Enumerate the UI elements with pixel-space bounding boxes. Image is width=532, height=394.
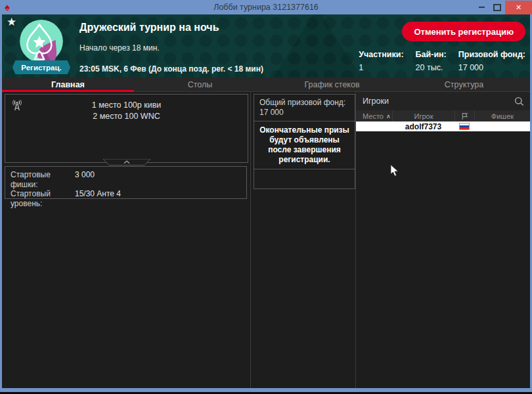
column-chips[interactable]: Фишек xyxy=(474,110,530,121)
close-button[interactable]: ✕ xyxy=(505,1,532,14)
prize-pool-label: Общий призовой фонд: xyxy=(259,98,349,108)
column-place[interactable]: Место ∧ xyxy=(356,110,392,121)
lobby-content: 1 место 100р киви 2 место 100 WNC Старто… xyxy=(2,92,530,388)
player-chips-cell xyxy=(474,121,530,131)
stat-label: Бай-ин: xyxy=(416,50,447,59)
column-country[interactable] xyxy=(454,110,474,121)
tab-main[interactable]: Главная xyxy=(2,77,134,91)
tab-bar: Главная Столы График стеков Структура xyxy=(2,77,530,92)
maximize-icon xyxy=(493,4,501,11)
search-icon[interactable] xyxy=(514,97,524,106)
sort-asc-icon: ∧ xyxy=(386,113,391,120)
tournament-stats: Участники: 1 Бай-ин: 20 тыс. Призовой фо… xyxy=(359,50,525,72)
tournament-header: ★ Регистрац. Дружеский турнир на ночь На… xyxy=(2,14,530,77)
players-panel: Место ∧ Игрок Фишек adolf7373 xyxy=(356,92,530,388)
column-place-label: Место xyxy=(363,112,384,120)
stat-value: 20 тыс. xyxy=(416,63,447,72)
player-flag-cell xyxy=(454,121,474,131)
window-title: Лобби турнира 3121377616 xyxy=(0,3,532,12)
titlebar[interactable]: ♠ Лобби турнира 3121377616 ✕ xyxy=(0,0,532,14)
tournament-name: Дружеский турнир на ночь xyxy=(79,22,219,33)
announcement-box: 1 место 100р киви 2 место 100 WNC xyxy=(5,94,248,163)
prize-pool-note: Окончательные призы будут объявлены посл… xyxy=(254,121,355,169)
player-name-cell: adolf7373 xyxy=(392,121,454,131)
stat-label: Призовой фонд: xyxy=(458,50,525,59)
starting-level-row: Стартовый уровень: 15/30 Анте 4 xyxy=(11,189,241,208)
starting-level-value: 15/30 Анте 4 xyxy=(75,189,121,208)
starting-level-label: Стартовый уровень: xyxy=(11,189,75,208)
flag-ru-icon xyxy=(459,123,470,130)
prize-pool-empty-section xyxy=(254,169,355,188)
window-border-left xyxy=(0,14,2,392)
stat-buyin: Бай-ин: 20 тыс. xyxy=(416,50,447,72)
prize-line-2: 2 место 100 WNC xyxy=(5,111,248,122)
prize-pool-panel: Общий призовой фонд: 17 000 Окончательны… xyxy=(251,92,355,388)
prize-line-1: 1 место 100р киви xyxy=(5,100,248,111)
start-countdown: Начало через 18 мин. xyxy=(79,43,160,53)
stat-value: 17 000 xyxy=(458,63,525,72)
player-row[interactable]: adolf7373 xyxy=(356,121,530,131)
tab-structure[interactable]: Структура xyxy=(398,77,530,91)
flag-column-icon xyxy=(461,112,468,120)
tab-stack-chart[interactable]: График стеков xyxy=(266,77,398,91)
stat-prizepool: Призовой фонд: 17 000 xyxy=(458,50,525,72)
favorite-star-icon[interactable]: ★ xyxy=(7,15,16,29)
tournament-lobby-window: ♠ Лобби турнира 3121377616 ✕ ★ xyxy=(0,0,532,394)
prize-pool-total: Общий призовой фонд: 17 000 xyxy=(254,95,355,121)
prize-announcement: 1 место 100р киви 2 место 100 WNC xyxy=(5,100,248,122)
prize-pool-box: Общий призовой фонд: 17 000 Окончательны… xyxy=(254,94,355,189)
player-search-input[interactable] xyxy=(356,97,514,106)
prize-pool-value: 17 000 xyxy=(259,108,349,118)
stat-participants: Участники: 1 xyxy=(359,50,403,72)
stat-label: Участники: xyxy=(359,50,403,59)
players-table-header: Место ∧ Игрок Фишек xyxy=(356,110,530,121)
schedule-info: 23:05 MSK, 6 Фев (До конца позд. рег. < … xyxy=(79,64,263,74)
player-place-cell xyxy=(356,121,392,131)
player-search-bar xyxy=(356,92,530,111)
status-badge: Регистрац. xyxy=(12,60,70,74)
starting-chips-label: Стартовые фишки: xyxy=(11,170,75,189)
minimize-button[interactable] xyxy=(474,0,489,14)
minimize-icon xyxy=(479,7,485,8)
stat-value: 1 xyxy=(359,63,403,72)
column-player[interactable]: Игрок xyxy=(392,110,454,121)
maximize-button[interactable] xyxy=(489,0,505,14)
main-info-panel: 1 место 100р киви 2 место 100 WNC Старто… xyxy=(2,92,250,388)
tab-tables[interactable]: Столы xyxy=(134,77,266,91)
cancel-registration-button[interactable]: Отменить регистрацию xyxy=(402,22,525,41)
starting-chips-row: Стартовые фишки: 3 000 xyxy=(11,170,241,189)
starting-chips-value: 3 000 xyxy=(75,170,95,189)
starting-info-box: Стартовые фишки: 3 000 Стартовый уровень… xyxy=(5,166,247,199)
